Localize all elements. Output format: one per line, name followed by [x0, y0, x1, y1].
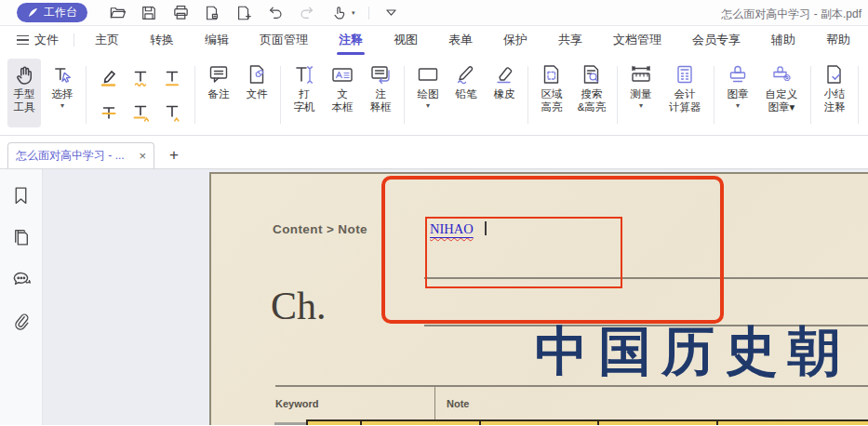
- underline-icon[interactable]: [156, 61, 188, 94]
- table-column-divider: [434, 385, 435, 420]
- document-tab[interactable]: 怎么面对高中学习 - ... ×: [7, 142, 154, 168]
- summary-comments-button[interactable]: 小结 注释: [818, 59, 851, 113]
- menu-protect[interactable]: 保护: [503, 25, 527, 55]
- attachment-icon[interactable]: [10, 310, 33, 332]
- menu-view[interactable]: 视图: [394, 25, 418, 55]
- pencil-label: 铅笔: [456, 87, 477, 100]
- measure-button[interactable]: 测量 ▾: [624, 59, 658, 110]
- search-highlight-button[interactable]: 搜索 &高亮: [573, 59, 610, 113]
- table-header-keyword: Keyword: [275, 398, 318, 409]
- hamburger-icon: [17, 35, 29, 46]
- squiggly-underline-icon[interactable]: [125, 61, 156, 94]
- document-tab-bar: 怎么面对高中学习 - ... × +: [0, 136, 868, 169]
- replace-text-icon[interactable]: [125, 96, 156, 128]
- menu-convert[interactable]: 转换: [150, 25, 174, 55]
- stamp-button[interactable]: 图章 ▾: [721, 59, 754, 110]
- menu-share[interactable]: 共享: [558, 25, 582, 55]
- workbench-label: 工作台: [44, 5, 77, 20]
- ribbon-divider: [86, 66, 87, 124]
- menu-file[interactable]: 文件: [17, 32, 59, 48]
- ribbon-toolbar: 手型 工具 选择 ▾ 备注 文件: [0, 54, 868, 136]
- table-header-note: Note: [447, 398, 469, 409]
- custom-stamp-button[interactable]: 自定义 图章▾: [759, 59, 804, 113]
- table-cell: [599, 421, 718, 425]
- measure-icon: [629, 61, 653, 87]
- draw-button[interactable]: 绘图 ▾: [411, 59, 445, 110]
- gesture-caret[interactable]: ▾: [352, 9, 355, 17]
- hand-tool-button[interactable]: 手型 工具: [7, 59, 41, 127]
- chapter-label: Ch.: [271, 284, 327, 328]
- callout-label: 注 释框: [370, 87, 392, 113]
- pencil-button[interactable]: 铅笔: [449, 59, 483, 100]
- pages-icon[interactable]: [10, 226, 33, 248]
- left-panel-sidebar: [0, 169, 43, 425]
- pdf-page[interactable]: Content > Note Ch. NIHAO 中国历史朝 Keyword N…: [209, 172, 868, 425]
- measure-label: 测量: [631, 87, 652, 100]
- workbench-button[interactable]: 工作台: [17, 3, 87, 22]
- textbox-label: 文 本框: [332, 87, 354, 113]
- table-cell: [308, 421, 362, 425]
- typewriter-icon: [293, 61, 315, 87]
- note-tool-button[interactable]: 备注: [202, 59, 235, 100]
- note-tool-label: 备注: [208, 87, 230, 100]
- area-highlight-label: 区域 高亮: [541, 87, 563, 113]
- new-tab-button[interactable]: +: [169, 146, 179, 165]
- custom-stamp-icon: [769, 61, 794, 87]
- red-annotation-rectangle[interactable]: [381, 176, 724, 324]
- textbox-icon: [330, 61, 354, 87]
- summary-comments-icon: [823, 61, 846, 87]
- file-pin-icon: [246, 61, 268, 87]
- draw-caret: ▾: [426, 101, 430, 110]
- ribbon-divider: [714, 66, 714, 124]
- area-highlight-button[interactable]: 区域 高亮: [535, 59, 568, 113]
- menu-page-manage[interactable]: 页面管理: [260, 25, 308, 55]
- save-icon[interactable]: [140, 4, 158, 22]
- table-cell: [718, 421, 868, 425]
- page-heading: 中国历史朝: [535, 316, 851, 388]
- comments-icon[interactable]: [10, 268, 33, 290]
- callout-button[interactable]: 注 释框: [364, 59, 397, 113]
- hand-tool-label: 手型 工具: [14, 87, 35, 113]
- bookmark-icon[interactable]: [10, 184, 33, 206]
- area-highlight-icon: [541, 61, 563, 87]
- document-canvas[interactable]: Content > Note Ch. NIHAO 中国历史朝 Keyword N…: [43, 169, 868, 425]
- hand-icon: [14, 61, 34, 87]
- table-cell: [481, 421, 599, 425]
- undo-icon[interactable]: [266, 4, 285, 22]
- redo-icon[interactable]: [298, 4, 316, 22]
- callout-icon: [368, 61, 393, 87]
- strikeout-icon[interactable]: [93, 96, 125, 128]
- stamp-icon: [726, 61, 750, 87]
- menu-edit[interactable]: 编辑: [205, 25, 229, 55]
- search-highlight-label: 搜索 &高亮: [578, 87, 607, 113]
- ribbon-divider: [617, 66, 618, 124]
- workspace: Content > Note Ch. NIHAO 中国历史朝 Keyword N…: [0, 169, 868, 425]
- highlighter-icon[interactable]: [93, 61, 125, 94]
- gesture-icon[interactable]: [329, 4, 348, 22]
- add-page-icon[interactable]: [234, 4, 253, 22]
- custom-stamp-label: 自定义 图章▾: [766, 87, 798, 113]
- menu-comment[interactable]: 注释: [339, 25, 363, 55]
- menu-help[interactable]: 帮助: [826, 25, 850, 55]
- menu-form[interactable]: 表单: [448, 25, 473, 55]
- titlebar-divider: [368, 7, 369, 20]
- export-page-icon[interactable]: [203, 4, 221, 22]
- summary-comments-label: 小结 注释: [824, 87, 846, 113]
- ribbon-divider: [404, 66, 405, 124]
- stamp-label: 图章: [728, 87, 749, 100]
- menu-assist[interactable]: 辅助: [771, 25, 795, 55]
- menu-member[interactable]: 会员专享: [692, 25, 741, 55]
- typewriter-button[interactable]: 打 字机: [287, 59, 321, 113]
- textbox-button[interactable]: 文 本框: [326, 59, 359, 113]
- select-tool-button[interactable]: 选择 ▾: [46, 59, 79, 110]
- eraser-button[interactable]: 橡皮: [487, 59, 521, 100]
- menu-doc-manage[interactable]: 文档管理: [613, 25, 661, 55]
- print-icon[interactable]: [171, 4, 190, 22]
- tab-close-icon[interactable]: ×: [139, 149, 146, 163]
- insert-text-icon[interactable]: [156, 96, 188, 128]
- open-folder-icon[interactable]: [108, 4, 127, 22]
- calculator-button[interactable]: 会计 计算器: [662, 59, 707, 113]
- menu-home[interactable]: 主页: [95, 25, 119, 55]
- chevron-down-icon[interactable]: [382, 4, 401, 22]
- file-attach-button[interactable]: 文件: [240, 59, 274, 100]
